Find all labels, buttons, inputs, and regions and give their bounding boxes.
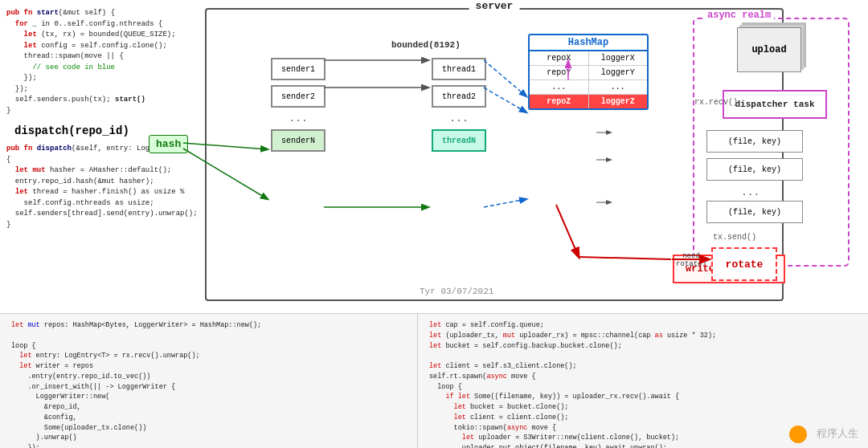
senders-column: sender1 sender2 ... senderN <box>271 58 326 152</box>
dispatcher-task-box: dispatcher task <box>723 90 827 119</box>
thread2-box: thread2 <box>432 85 486 108</box>
bounded-label: bounded(8192) <box>391 40 461 50</box>
hm-loggery: loggerY <box>589 66 648 79</box>
hm-loggerz: loggerZ <box>589 95 648 108</box>
hashmap-row-3: ... ... <box>530 80 647 95</box>
filekey-dots: ... <box>741 186 760 198</box>
hm-dots2: ... <box>589 80 648 94</box>
bottom-code-area: let mut repos: HashMap<Bytes, LoggerWrit… <box>0 313 868 448</box>
code-left-panel: pub fn start(&mut self) { for _ in 0..se… <box>0 0 199 313</box>
hashmap-box: HashMap repoX loggerX repoY loggerY ... … <box>528 34 649 110</box>
filekey-box-1: (file, key) <box>706 130 803 153</box>
hm-repoy: repoY <box>530 66 589 79</box>
filekey-box-3: (file, key) <box>706 201 803 223</box>
threads-column: thread1 thread2 ... threadN <box>432 58 486 152</box>
hashmap-row-4: repoZ loggerZ <box>530 95 647 108</box>
upload-box: upload <box>737 27 801 72</box>
server-label: server <box>469 0 520 12</box>
watermark: 程序人生 <box>789 426 858 443</box>
tx-send-label: tx.send() <box>713 233 756 242</box>
bottom-left-code: let mut repos: HashMap<Bytes, LoggerWrit… <box>0 314 418 448</box>
sender-dots: ... <box>271 112 326 124</box>
threadN-box: threadN <box>432 129 486 152</box>
hashmap-title: HashMap <box>530 35 647 51</box>
hashmap-row-2: repoY loggerY <box>530 66 647 80</box>
hm-dots1: ... <box>530 80 589 94</box>
async-label: async realm <box>704 10 774 21</box>
filekey-box-2: (file, key) <box>706 158 803 181</box>
diagram-area: pub fn start(&mut self) { for _ in 0..se… <box>0 0 868 313</box>
sender1-box: sender1 <box>271 58 326 80</box>
hm-repox: repoX <box>530 51 589 65</box>
need-rotate-label: need rotate? <box>674 252 708 268</box>
thread1-box: thread1 <box>432 58 486 80</box>
sender2-box: sender2 <box>271 85 326 108</box>
rx-recv-label: rx.recv() <box>694 98 738 107</box>
date-label: Tyr 03/07/2021 <box>420 287 493 296</box>
rotate-box: rotate <box>711 247 777 281</box>
hm-loggerx: loggerX <box>589 51 648 65</box>
logo-icon <box>789 426 807 443</box>
dispatch-fn-code: pub fn dispatch(&self, entry: LogEntry<T… <box>6 144 193 230</box>
hm-repoz: repoZ <box>530 95 589 108</box>
hashmap-row-1: repoX loggerX <box>530 51 647 66</box>
hash-label: hash <box>149 135 188 153</box>
thread-dots: ... <box>432 112 486 124</box>
start-fn-code: pub fn start(&mut self) { for _ in 0..se… <box>6 8 193 116</box>
senderN-box: senderN <box>271 129 326 152</box>
